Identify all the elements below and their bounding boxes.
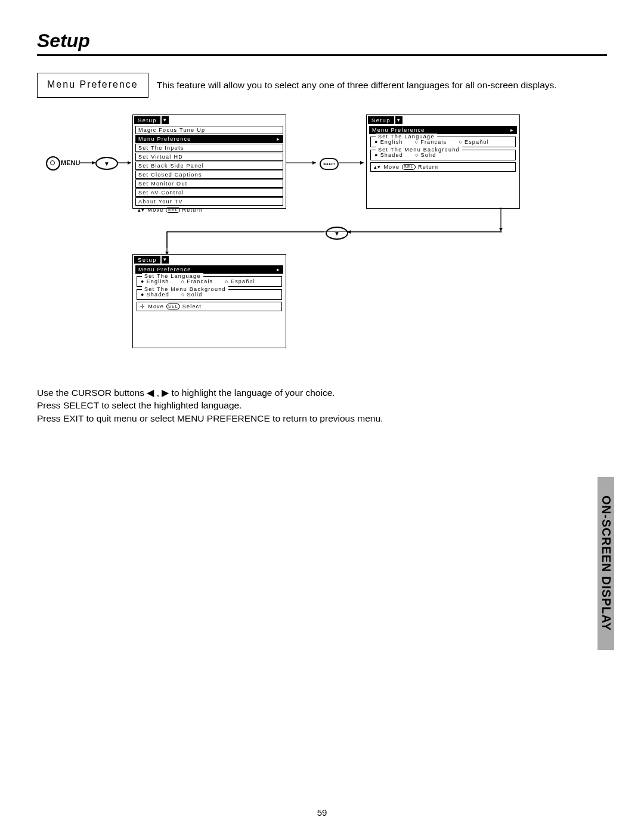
osd3-sub: Menu Preference▸ xyxy=(135,265,283,274)
osd2-sub: Menu Preference▸ xyxy=(369,126,517,134)
instruction-1: Use the CURSOR buttons ◀ , ▶ to highligh… xyxy=(37,386,383,399)
osd1-item-3: Set Virtual HD xyxy=(135,153,283,161)
osd1-item-4: Set Black Side Panel xyxy=(135,162,283,170)
osd3-tab-arrow: ▾ xyxy=(162,256,169,264)
osd1-item-7: Set AV Control xyxy=(135,188,283,197)
osd2-background-group: Set The Menu Background ●Shaded ○Solid xyxy=(370,150,516,160)
osd3-footer: ✢Move SELSelect xyxy=(137,302,282,311)
arrow-select-to-osd2 xyxy=(339,162,364,163)
svg-marker-7 xyxy=(360,161,364,165)
svg-marker-5 xyxy=(312,161,316,165)
osd1-item-5: Set Closed Captions xyxy=(135,171,283,179)
osd3-language-group: Set The Language ●English ○Francais ○Esp… xyxy=(137,276,282,287)
remote-menu-button-icon xyxy=(46,156,60,171)
osd1-item-8: About Your TV xyxy=(135,197,283,206)
page-title: Setup xyxy=(37,30,607,52)
instruction-3: Press EXIT to quit menu or select MENU P… xyxy=(37,412,383,425)
osd1-item-1: Menu Preference▸ xyxy=(135,135,283,143)
instructions: Use the CURSOR buttons ◀ , ▶ to highligh… xyxy=(37,386,383,425)
osd2-tab-arrow: ▾ xyxy=(395,116,402,124)
page-number: 59 xyxy=(0,807,644,817)
osd3-background-group: Set The Menu Background ●Shaded ○Solid xyxy=(137,289,282,300)
section-tab: ON-SCREEN DISPLAY xyxy=(597,477,614,650)
select-button-icon: SELECT xyxy=(320,158,339,170)
feature-description: This feature will allow you to select an… xyxy=(157,80,557,91)
osd1-item-0: Magic Focus Tune Up xyxy=(135,126,283,134)
osd2-footer: ▴▾Move SELReturn xyxy=(370,162,516,172)
osd-preference-select: Setup ▾ Menu Preference▸ Set The Languag… xyxy=(132,254,286,348)
osd2-title: Setup xyxy=(368,116,394,124)
osd-preference-return: Setup ▾ Menu Preference▸ Set The Languag… xyxy=(366,114,520,209)
instruction-2: Press SELECT to select the highlighted l… xyxy=(37,399,383,411)
feature-name-box: Menu Preference xyxy=(37,73,148,98)
osd2-language-group: Set The Language ●English ○Francais ○Esp… xyxy=(370,137,516,147)
cursor-down-button-icon-2: ▼ xyxy=(326,227,348,240)
flow-line-into-oval2 xyxy=(347,231,502,233)
flow-line-out-oval2 xyxy=(167,231,324,255)
title-rule xyxy=(37,54,607,56)
osd1-item-2: Set The Inputs xyxy=(135,144,283,152)
intro-row: Menu Preference This feature will allow … xyxy=(37,73,607,98)
osd1-tab-arrow: ▾ xyxy=(162,116,169,124)
osd1-item-6: Set Monitor Out xyxy=(135,179,283,188)
osd1-title: Setup xyxy=(134,116,160,124)
arrow-menu-to-oval xyxy=(80,162,95,163)
svg-marker-3 xyxy=(128,161,131,165)
remote-menu-label: MENU xyxy=(61,159,80,166)
arrow-osd1-to-select xyxy=(286,162,316,163)
osd-setup-menu: Setup ▾ Magic Focus Tune Up Menu Prefere… xyxy=(132,114,286,209)
cursor-down-button-icon: ▼ xyxy=(95,157,118,170)
section-tab-label: ON-SCREEN DISPLAY xyxy=(599,496,613,631)
osd3-title: Setup xyxy=(134,256,160,264)
arrow-oval-to-osd1 xyxy=(117,162,131,163)
